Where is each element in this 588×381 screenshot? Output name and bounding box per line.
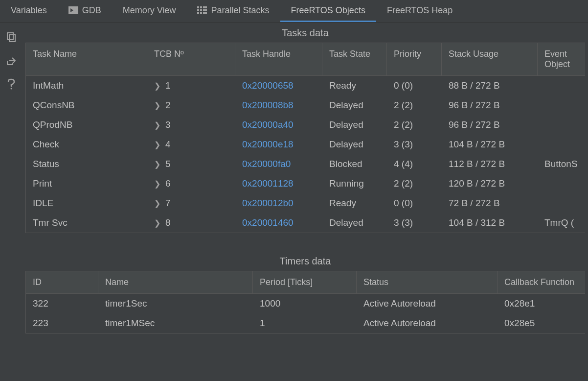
cell-stack: 104 B / 312 B <box>442 217 538 228</box>
cell-period: 1 <box>253 318 357 329</box>
col-priority[interactable]: Priority <box>387 43 442 75</box>
col-period[interactable]: Period [Ticks] <box>253 271 357 293</box>
cell-tcb: ❯2 <box>147 100 235 111</box>
cell-tcb: ❯8 <box>147 217 235 228</box>
cell-state: Delayed <box>322 217 387 228</box>
cell-stack: 112 B / 272 B <box>442 159 538 169</box>
cell-task-name: Tmr Svc <box>26 217 147 228</box>
chevron-right-icon[interactable]: ❯ <box>154 120 160 130</box>
cell-task-name: IDLE <box>26 198 147 209</box>
cell-id: 322 <box>26 298 98 309</box>
table-row[interactable]: 322timer1Sec1000Active Autoreload0x28e1 <box>26 294 585 313</box>
col-tcb[interactable]: TCB Nº <box>147 43 235 75</box>
col-state[interactable]: Task State <box>322 43 387 75</box>
tabbar: Variables GDB Memory View Parallel Stack… <box>0 0 588 23</box>
cell-state: Blocked <box>322 159 387 169</box>
cell-tcb: ❯1 <box>147 80 235 91</box>
table-row[interactable]: Tmr Svc❯80x20001460Delayed3 (3)104 B / 3… <box>26 213 585 233</box>
copy-icon[interactable] <box>5 31 17 43</box>
chevron-right-icon[interactable]: ❯ <box>154 218 160 228</box>
chevron-right-icon[interactable]: ❯ <box>154 199 160 208</box>
svg-point-13 <box>11 88 12 90</box>
col-id[interactable]: ID <box>26 271 98 293</box>
col-callback[interactable]: Callback Function <box>498 271 585 293</box>
tab-gdb[interactable]: GDB <box>58 0 112 22</box>
cell-handle: 0x20001128 <box>235 178 322 189</box>
tab-label: Parallel Stacks <box>211 5 269 16</box>
col-status[interactable]: Status <box>357 271 498 293</box>
cell-priority: 2 (2) <box>387 178 442 189</box>
main-panel: Tasks data Task Name TCB Nº Task Handle … <box>23 23 588 381</box>
tab-parallel-stacks[interactable]: Parallel Stacks <box>186 0 280 22</box>
cell-stack: 96 B / 272 B <box>442 119 538 130</box>
chevron-right-icon[interactable]: ❯ <box>154 179 160 189</box>
cell-stack: 96 B / 272 B <box>442 100 538 111</box>
cell-priority: 0 (0) <box>387 198 442 209</box>
svg-rect-5 <box>200 9 202 11</box>
cell-handle: 0x20000e18 <box>235 139 322 150</box>
cell-callback: 0x28e1 <box>498 298 585 309</box>
table-row[interactable]: Check❯40x20000e18Delayed3 (3)104 B / 272… <box>26 135 585 154</box>
col-event[interactable]: Event Object <box>538 43 585 75</box>
cell-status: Active Autoreload <box>357 298 498 309</box>
svg-rect-2 <box>197 6 199 8</box>
cell-handle: 0x20001460 <box>235 217 322 228</box>
cell-stack: 104 B / 272 B <box>442 139 538 150</box>
cell-state: Running <box>322 178 387 189</box>
table-row[interactable]: QConsNB❯20x200008b8Delayed2 (2)96 B / 27… <box>26 95 585 115</box>
tab-freertos-heap[interactable]: FreeRTOS Heap <box>376 0 463 22</box>
stacks-icon <box>197 6 207 14</box>
tab-variables[interactable]: Variables <box>0 0 58 22</box>
tab-label: Memory View <box>123 5 176 16</box>
cell-name: timer1Sec <box>98 298 253 309</box>
cell-task-name: Print <box>26 178 147 189</box>
export-icon[interactable] <box>5 55 17 67</box>
cell-handle: 0x20000fa0 <box>235 159 322 169</box>
chevron-right-icon[interactable]: ❯ <box>154 160 160 169</box>
svg-rect-9 <box>203 9 207 11</box>
cell-state: Ready <box>322 198 387 209</box>
cell-state: Ready <box>322 80 387 91</box>
cell-priority: 2 (2) <box>387 100 442 111</box>
table-row[interactable]: 223timer1MSec1Active Autoreload0x28e5 <box>26 313 585 333</box>
cell-callback: 0x28e5 <box>498 318 585 329</box>
cell-priority: 3 (3) <box>387 217 442 228</box>
table-row[interactable]: IntMath❯10x20000658Ready0 (0)88 B / 272 … <box>26 76 585 95</box>
col-name[interactable]: Name <box>98 271 253 293</box>
cell-period: 1000 <box>253 298 357 309</box>
cell-task-name: Status <box>26 159 147 169</box>
table-row[interactable]: IDLE❯70x200012b0Ready0 (0)72 B / 272 B <box>26 193 585 213</box>
cell-handle: 0x200012b0 <box>235 198 322 209</box>
tab-memory-view[interactable]: Memory View <box>112 0 187 22</box>
terminal-icon <box>68 6 78 14</box>
cell-state: Delayed <box>322 139 387 150</box>
cell-task-name: Check <box>26 139 147 150</box>
leftbar <box>0 23 23 381</box>
tab-label: FreeRTOS Heap <box>387 5 452 16</box>
cell-handle: 0x200008b8 <box>235 100 322 111</box>
cell-task-name: IntMath <box>26 80 147 91</box>
cell-handle: 0x20000a40 <box>235 119 322 130</box>
svg-rect-8 <box>203 6 207 8</box>
cell-priority: 2 (2) <box>387 119 442 130</box>
timers-table: ID Name Period [Ticks] Status Callback F… <box>25 271 585 333</box>
chevron-right-icon[interactable]: ❯ <box>154 101 160 110</box>
cell-task-name: QConsNB <box>26 100 147 111</box>
col-task-name[interactable]: Task Name <box>26 43 147 75</box>
cell-tcb: ❯4 <box>147 139 235 150</box>
tasks-table: Task Name TCB Nº Task Handle Task State … <box>25 43 585 233</box>
help-icon[interactable] <box>5 78 17 90</box>
col-handle[interactable]: Task Handle <box>235 43 322 75</box>
svg-rect-6 <box>197 12 199 14</box>
col-stack[interactable]: Stack Usage <box>442 43 538 75</box>
cell-state: Delayed <box>322 100 387 111</box>
table-row[interactable]: Print❯60x20001128Running2 (2)120 B / 272… <box>26 174 585 193</box>
table-row[interactable]: Status❯50x20000fa0Blocked4 (4)112 B / 27… <box>26 154 585 174</box>
tab-label: FreeRTOS Objects <box>291 5 365 16</box>
tab-freertos-objects[interactable]: FreeRTOS Objects <box>280 0 376 22</box>
cell-priority: 0 (0) <box>387 80 442 91</box>
cell-stack: 72 B / 272 B <box>442 198 538 209</box>
table-row[interactable]: QProdNB❯30x20000a40Delayed2 (2)96 B / 27… <box>26 115 585 135</box>
chevron-right-icon[interactable]: ❯ <box>154 140 160 149</box>
chevron-right-icon[interactable]: ❯ <box>154 81 160 91</box>
